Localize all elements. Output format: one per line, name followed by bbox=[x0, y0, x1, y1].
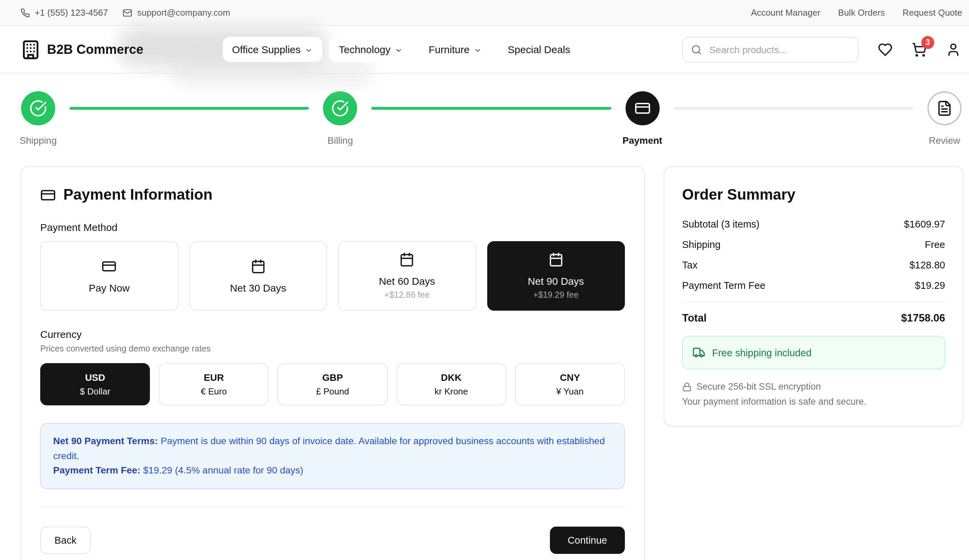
link-request-quote[interactable]: Request Quote bbox=[902, 7, 962, 18]
step-billing-label: Billing bbox=[328, 135, 353, 146]
currency-code: DKK bbox=[441, 372, 462, 383]
building-icon bbox=[20, 39, 41, 60]
method-fee: +$19.29 fee bbox=[533, 290, 579, 300]
step-payment-label: Payment bbox=[623, 135, 663, 146]
payment-terms-info-box: Net 90 Payment Terms: Payment is due wit… bbox=[40, 423, 625, 489]
summary-row-shipping: Shipping Free bbox=[682, 239, 945, 250]
terms-line: Net 90 Payment Terms: Payment is due wit… bbox=[53, 434, 612, 464]
payment-information-title: Payment Information bbox=[40, 186, 625, 204]
method-net-60[interactable]: Net 60 Days +$12.86 fee bbox=[338, 241, 476, 311]
utility-links: Account Manager Bulk Orders Request Quot… bbox=[751, 7, 962, 18]
page: +1 (555) 123-4567 support@company.com Ac… bbox=[0, 0, 969, 560]
row-label: Subtotal (3 items) bbox=[682, 219, 759, 229]
link-account-manager[interactable]: Account Manager bbox=[751, 7, 821, 18]
ssl-title: Secure 256-bit SSL encryption bbox=[696, 382, 821, 392]
lock-icon bbox=[682, 382, 692, 391]
summary-total-row: Total $1758.06 bbox=[682, 312, 945, 324]
email-address: support@company.com bbox=[137, 7, 230, 18]
row-value: $19.29 bbox=[915, 280, 945, 291]
currency-usd[interactable]: USD $ Dollar bbox=[40, 363, 150, 405]
ssl-row: Secure 256-bit SSL encryption bbox=[682, 382, 945, 392]
payment-method-options: Pay Now Net 30 Days Net 60 Days +$12.86 … bbox=[40, 241, 625, 311]
method-pay-now[interactable]: Pay Now bbox=[40, 241, 178, 311]
currency-code: EUR bbox=[204, 372, 224, 383]
main-content: Payment Information Payment Method Pay N… bbox=[0, 166, 969, 560]
credit-card-icon bbox=[102, 259, 117, 274]
step-shipping-circle bbox=[21, 91, 55, 125]
method-name: Net 60 Days bbox=[379, 275, 435, 287]
footer-divider bbox=[40, 507, 625, 508]
currency-eur[interactable]: EUR € Euro bbox=[159, 363, 268, 405]
top-utility-bar: +1 (555) 123-4567 support@company.com Ac… bbox=[0, 0, 969, 26]
search-input[interactable] bbox=[708, 43, 850, 55]
payment-information-card: Payment Information Payment Method Pay N… bbox=[20, 166, 644, 560]
back-button[interactable]: Back bbox=[40, 527, 91, 554]
row-value: $1609.97 bbox=[904, 219, 945, 229]
step-shipping[interactable]: Shipping bbox=[20, 91, 56, 148]
summary-row-tax: Tax $128.80 bbox=[682, 259, 945, 271]
link-bulk-orders[interactable]: Bulk Orders bbox=[838, 7, 885, 18]
currency-cny[interactable]: CNY ¥ Yuan bbox=[515, 363, 625, 405]
heart-icon bbox=[878, 42, 893, 57]
currency-name: ¥ Yuan bbox=[556, 386, 584, 397]
nav-technology[interactable]: Technology bbox=[329, 37, 412, 62]
free-shipping-text: Free shipping included bbox=[712, 347, 812, 358]
nav-special-deals[interactable]: Special Deals bbox=[498, 37, 579, 62]
search-box[interactable] bbox=[682, 37, 859, 62]
step-shipping-label: Shipping bbox=[20, 135, 57, 146]
cart-button[interactable]: 3 bbox=[912, 42, 927, 57]
stepper-connector-done bbox=[372, 107, 611, 110]
currency-options: USD $ Dollar EUR € Euro GBP £ Pound DKK … bbox=[40, 363, 625, 405]
fee-title: Payment Term Fee: bbox=[53, 465, 140, 476]
continue-button[interactable]: Continue bbox=[550, 527, 625, 554]
chevron-down-icon bbox=[474, 46, 482, 54]
currency-name: kr Krone bbox=[435, 386, 468, 397]
mail-icon bbox=[123, 8, 133, 17]
method-name: Net 30 Days bbox=[230, 282, 286, 293]
account-button[interactable] bbox=[946, 42, 961, 57]
row-label: Shipping bbox=[682, 239, 721, 250]
method-net-90[interactable]: Net 90 Days +$19.29 fee bbox=[487, 241, 625, 311]
phone-icon bbox=[20, 8, 30, 17]
nav-office-supplies[interactable]: Office Supplies bbox=[223, 37, 322, 62]
step-billing[interactable]: Billing bbox=[323, 91, 358, 148]
calendar-icon bbox=[400, 252, 415, 267]
ssl-note: Your payment information is safe and sec… bbox=[682, 397, 945, 407]
chevron-down-icon bbox=[305, 46, 313, 54]
step-review[interactable]: Review bbox=[927, 91, 962, 148]
step-payment-circle bbox=[625, 91, 659, 125]
truck-icon bbox=[693, 346, 705, 359]
calendar-icon bbox=[549, 252, 564, 267]
method-net-30[interactable]: Net 30 Days bbox=[189, 241, 327, 311]
nav-furniture[interactable]: Furniture bbox=[419, 37, 491, 62]
currency-name: £ Pound bbox=[316, 386, 349, 397]
blurred-overlay-2 bbox=[170, 58, 375, 86]
row-value: $128.80 bbox=[909, 259, 945, 271]
row-label: Payment Term Fee bbox=[682, 280, 765, 291]
terms-title: Net 90 Payment Terms: bbox=[53, 435, 158, 446]
order-summary-card: Order Summary Subtotal (3 items) $1609.9… bbox=[664, 166, 964, 427]
step-payment[interactable]: Payment bbox=[624, 91, 660, 148]
step-billing-circle bbox=[323, 91, 357, 125]
fee-body: $19.29 (4.5% annual rate for 90 days) bbox=[140, 465, 303, 476]
currency-label: Currency bbox=[40, 328, 625, 340]
summary-divider bbox=[682, 302, 945, 302]
currency-dkk[interactable]: DKK kr Krone bbox=[396, 363, 506, 405]
currency-name: € Euro bbox=[201, 386, 227, 397]
free-shipping-banner: Free shipping included bbox=[682, 336, 945, 369]
file-text-icon bbox=[936, 100, 952, 116]
search-icon bbox=[691, 44, 702, 55]
header: B2B Commerce Office Supplies Technology … bbox=[0, 26, 969, 73]
summary-row-payment-term-fee: Payment Term Fee $19.29 bbox=[682, 280, 945, 291]
order-summary-title: Order Summary bbox=[682, 186, 945, 204]
main-nav: Office Supplies Technology Furniture Spe… bbox=[223, 37, 580, 62]
wishlist-button[interactable] bbox=[878, 42, 893, 57]
stepper-connector-todo bbox=[674, 107, 913, 110]
phone-contact: +1 (555) 123-4567 bbox=[20, 7, 108, 18]
header-actions: 3 bbox=[682, 37, 961, 62]
brand-logo[interactable]: B2B Commerce bbox=[20, 39, 143, 60]
currency-code: CNY bbox=[560, 372, 580, 383]
row-value: Free bbox=[925, 239, 945, 250]
currency-gbp[interactable]: GBP £ Pound bbox=[278, 363, 387, 405]
phone-number: +1 (555) 123-4567 bbox=[35, 7, 108, 18]
